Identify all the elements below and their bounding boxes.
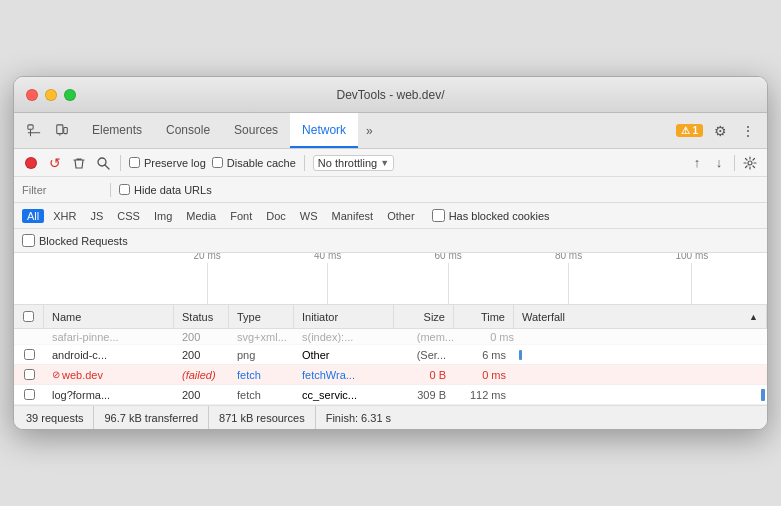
table-row-android[interactable]: android-c... 200 png Other (Ser... 6 ms — [14, 345, 767, 365]
network-settings-button[interactable] — [741, 154, 759, 172]
log-checkbox[interactable] — [14, 385, 44, 404]
webdev-type: fetch — [229, 365, 294, 384]
type-btn-doc[interactable]: Doc — [261, 209, 291, 223]
devtools-icons — [22, 119, 74, 143]
status-finish: Finish: 6.31 s — [316, 406, 401, 429]
device-toolbar-button[interactable] — [50, 119, 74, 143]
log-status: 200 — [174, 385, 229, 404]
webdev-checkbox[interactable] — [14, 365, 44, 384]
preserve-log-label[interactable]: Preserve log — [129, 157, 206, 169]
maximize-button[interactable] — [64, 89, 76, 101]
clear-button[interactable] — [70, 154, 88, 172]
close-button[interactable] — [26, 89, 38, 101]
android-time: 6 ms — [454, 345, 514, 364]
inspect-element-button[interactable] — [22, 119, 46, 143]
svg-point-5 — [59, 134, 60, 135]
record-button[interactable] — [22, 154, 40, 172]
throttling-select[interactable]: No throttling ▼ — [313, 155, 394, 171]
th-size[interactable]: Size — [394, 305, 454, 328]
time-ruler: 20 ms 40 ms 60 ms 80 ms 100 ms — [14, 253, 767, 304]
waterfall-timeline: 20 ms 40 ms 60 ms 80 ms 100 ms — [14, 253, 767, 305]
toolbar-separator-1 — [120, 155, 121, 171]
webdev-waterfall — [514, 365, 767, 384]
type-filter-bar: All XHR JS CSS Img Media Font Doc WS Man… — [14, 203, 767, 229]
hide-data-urls-checkbox[interactable] — [119, 184, 130, 195]
tab-network[interactable]: Network — [290, 113, 358, 148]
has-blocked-cookies-label[interactable]: Has blocked cookies — [432, 209, 550, 222]
status-resources: 871 kB resources — [209, 406, 316, 429]
network-table: Name Status Type Initiator Size Time Wat… — [14, 305, 767, 405]
filter-separator — [110, 183, 111, 197]
th-waterfall[interactable]: Waterfall ▲ — [514, 305, 767, 328]
time-tick-80: 80 ms — [555, 253, 582, 305]
android-status: 200 — [174, 345, 229, 364]
overflow-row-size: (mem... — [402, 331, 462, 343]
tab-console[interactable]: Console — [154, 113, 222, 148]
type-btn-css[interactable]: CSS — [112, 209, 145, 223]
blocked-requests-label[interactable]: Blocked Requests — [22, 234, 128, 247]
error-circle-icon: ⊘ — [52, 369, 60, 380]
more-options-button[interactable]: ⋮ — [737, 120, 759, 142]
type-btn-ws[interactable]: WS — [295, 209, 323, 223]
tab-more[interactable]: » — [358, 113, 381, 148]
select-all-checkbox[interactable] — [23, 311, 34, 322]
th-checkbox[interactable] — [14, 305, 44, 328]
time-tick-20: 20 ms — [194, 253, 221, 305]
upload-icon: ↑ — [694, 155, 701, 170]
hide-data-urls-label[interactable]: Hide data URLs — [119, 184, 212, 196]
time-tick-40: 40 ms — [314, 253, 341, 305]
android-waterfall-bar — [519, 350, 522, 360]
android-waterfall — [514, 345, 767, 364]
type-btn-img[interactable]: Img — [149, 209, 177, 223]
has-blocked-cookies-checkbox[interactable] — [432, 209, 445, 222]
android-name: android-c... — [44, 345, 174, 364]
refresh-button[interactable]: ↺ — [46, 154, 64, 172]
search-button[interactable] — [94, 154, 112, 172]
main-tabs: Elements Console Sources Network » — [80, 113, 676, 148]
th-status[interactable]: Status — [174, 305, 229, 328]
status-requests: 39 requests — [26, 406, 94, 429]
table-row-log[interactable]: log?forma... 200 fetch cc_servic... 309 … — [14, 385, 767, 405]
disable-cache-checkbox[interactable] — [212, 157, 223, 168]
overflow-row-initiator: s(index):... — [302, 331, 402, 343]
log-name: log?forma... — [44, 385, 174, 404]
filter-input[interactable] — [22, 184, 102, 196]
tab-elements[interactable]: Elements — [80, 113, 154, 148]
window-title: DevTools - web.dev/ — [336, 88, 444, 102]
warning-badge[interactable]: ⚠ 1 — [676, 124, 703, 137]
disable-cache-label[interactable]: Disable cache — [212, 157, 296, 169]
th-name[interactable]: Name — [44, 305, 174, 328]
tab-sources[interactable]: Sources — [222, 113, 290, 148]
settings-button[interactable]: ⚙ — [709, 120, 731, 142]
svg-rect-0 — [28, 124, 33, 128]
download-icon-btn[interactable]: ↓ — [710, 154, 728, 172]
android-type: png — [229, 345, 294, 364]
th-initiator[interactable]: Initiator — [294, 305, 394, 328]
svg-point-8 — [748, 161, 752, 165]
type-btn-js[interactable]: JS — [85, 209, 108, 223]
type-btn-other[interactable]: Other — [382, 209, 420, 223]
svg-rect-3 — [57, 124, 63, 133]
th-time[interactable]: Time — [454, 305, 514, 328]
blocked-requests-checkbox[interactable] — [22, 234, 35, 247]
type-btn-font[interactable]: Font — [225, 209, 257, 223]
log-initiator: cc_servic... — [294, 385, 394, 404]
blocked-requests-bar: Blocked Requests — [14, 229, 767, 253]
th-type[interactable]: Type — [229, 305, 294, 328]
table-row-webdev[interactable]: ⊘ web.dev (failed) fetch fetchWra... 0 B… — [14, 365, 767, 385]
traffic-lights — [26, 89, 76, 101]
android-checkbox[interactable] — [14, 345, 44, 364]
table-row-overflow[interactable]: safari-pinne... 200 svg+xml... s(index):… — [14, 329, 767, 345]
minimize-button[interactable] — [45, 89, 57, 101]
type-btn-manifest[interactable]: Manifest — [327, 209, 379, 223]
webdev-size: 0 B — [394, 365, 454, 384]
upload-icon-btn[interactable]: ↑ — [688, 154, 706, 172]
type-btn-xhr[interactable]: XHR — [48, 209, 81, 223]
type-btn-media[interactable]: Media — [181, 209, 221, 223]
tab-bar: Elements Console Sources Network » ⚠ 1 ⚙ — [14, 113, 767, 149]
type-btn-all[interactable]: All — [22, 209, 44, 223]
chevron-down-icon: ▼ — [380, 158, 389, 168]
status-bar: 39 requests 96.7 kB transferred 871 kB r… — [14, 405, 767, 429]
status-transferred: 96.7 kB transferred — [94, 406, 209, 429]
preserve-log-checkbox[interactable] — [129, 157, 140, 168]
